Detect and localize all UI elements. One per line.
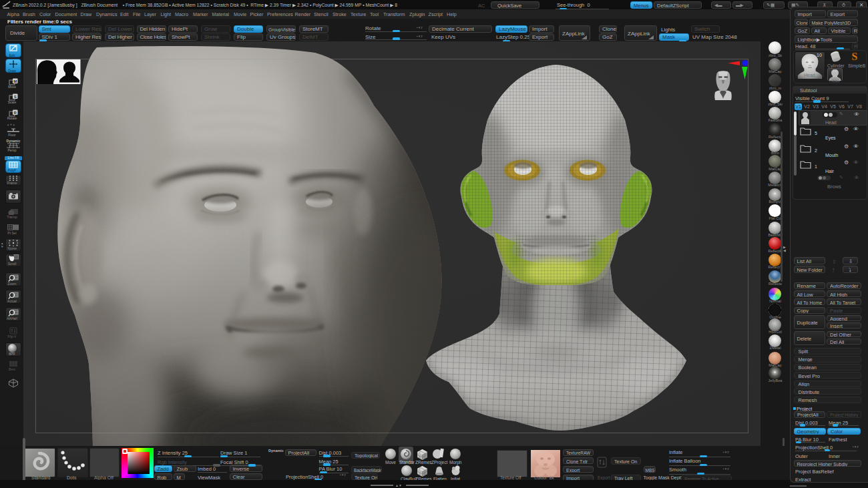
svg-text:M: M (13, 79, 17, 83)
svg-text:S: S (14, 95, 17, 99)
svg-text:R: R (14, 111, 17, 115)
svg-text:S: S (852, 51, 858, 62)
